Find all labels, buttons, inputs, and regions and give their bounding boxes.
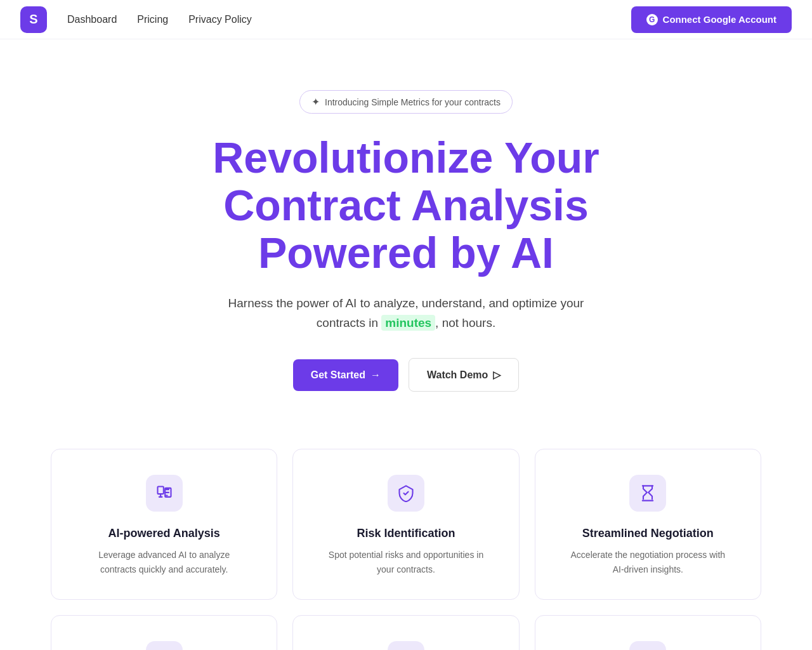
feature-desc-risk-identification: Spot potential risks and opportunities i…	[324, 548, 488, 576]
hero-subtitle: Harness the power of AI to analyze, unde…	[222, 294, 590, 333]
feature-card-improved-compliance: Improved Compliance Ensure your contract…	[292, 615, 519, 650]
feature-card-cost-reduction: Cost Reduction Significantly reduce lega…	[51, 615, 277, 650]
logo[interactable]: S	[20, 6, 47, 33]
features-grid: AI-powered Analysis Leverage advanced AI…	[51, 449, 761, 650]
hero-title: Revolutionize Your Contract Analysis Pow…	[121, 134, 691, 276]
intro-badge: ✦ Introducing Simple Metrics for your co…	[299, 90, 513, 114]
feature-card-streamlined-negotiation: Streamlined Negotiation Accelerate the n…	[535, 449, 761, 600]
feature-card-faster-turnaround: Faster Turnaround Complete contract revi…	[535, 615, 761, 650]
get-started-label: Get Started	[311, 369, 365, 381]
arrow-right-icon: →	[370, 369, 381, 381]
ai-analysis-icon	[155, 484, 173, 502]
subtitle-after: , not hours.	[435, 316, 495, 329]
play-icon: ▷	[493, 369, 501, 381]
features-section: AI-powered Analysis Leverage advanced AI…	[0, 430, 812, 650]
feature-card-ai-analysis: AI-powered Analysis Leverage advanced AI…	[51, 449, 277, 600]
watch-demo-label: Watch Demo	[427, 369, 488, 381]
navbar: S Dashboard Pricing Privacy Policy G Con…	[0, 0, 812, 39]
svg-rect-0	[157, 487, 163, 494]
sparkle-icon: ✦	[311, 96, 320, 108]
feature-title-streamlined-negotiation: Streamlined Negotiation	[582, 527, 714, 540]
streamlined-negotiation-icon-wrap	[629, 475, 666, 512]
hero-buttons: Get Started → Watch Demo ▷	[293, 358, 520, 392]
hero-title-line2: Powered by AI	[258, 229, 554, 277]
nav-pricing[interactable]: Pricing	[137, 14, 168, 25]
feature-title-ai-analysis: AI-powered Analysis	[108, 527, 219, 540]
feature-title-risk-identification: Risk Identification	[357, 527, 455, 540]
logo-letter: S	[29, 12, 37, 27]
nav-dashboard[interactable]: Dashboard	[67, 14, 117, 25]
google-icon: G	[646, 14, 658, 25]
connect-google-button[interactable]: G Connect Google Account	[631, 6, 792, 33]
ai-analysis-icon-wrap	[146, 475, 183, 512]
feature-card-risk-identification: Risk Identification Spot potential risks…	[292, 449, 519, 600]
subtitle-highlight: minutes	[381, 315, 435, 331]
improved-compliance-icon-wrap	[388, 641, 424, 650]
hero-section: ✦ Introducing Simple Metrics for your co…	[0, 39, 812, 430]
risk-identification-icon-wrap	[388, 475, 424, 512]
shield-check-icon	[397, 484, 415, 502]
get-started-button[interactable]: Get Started →	[293, 359, 398, 391]
faster-turnaround-icon-wrap	[629, 641, 666, 650]
feature-desc-ai-analysis: Leverage advanced AI to analyze contract…	[82, 548, 247, 576]
navbar-left: S Dashboard Pricing Privacy Policy	[20, 6, 252, 33]
connect-google-label: Connect Google Account	[663, 14, 776, 25]
hourglass-icon	[639, 484, 657, 502]
hero-title-line1: Revolutionize Your Contract Analysis	[213, 133, 599, 229]
feature-desc-streamlined-negotiation: Accelerate the negotiation process with …	[565, 548, 730, 576]
watch-demo-button[interactable]: Watch Demo ▷	[409, 358, 519, 392]
badge-text: Introducing Simple Metrics for your cont…	[325, 97, 501, 107]
cost-reduction-icon-wrap	[146, 641, 183, 650]
nav-privacy-policy[interactable]: Privacy Policy	[188, 14, 252, 25]
